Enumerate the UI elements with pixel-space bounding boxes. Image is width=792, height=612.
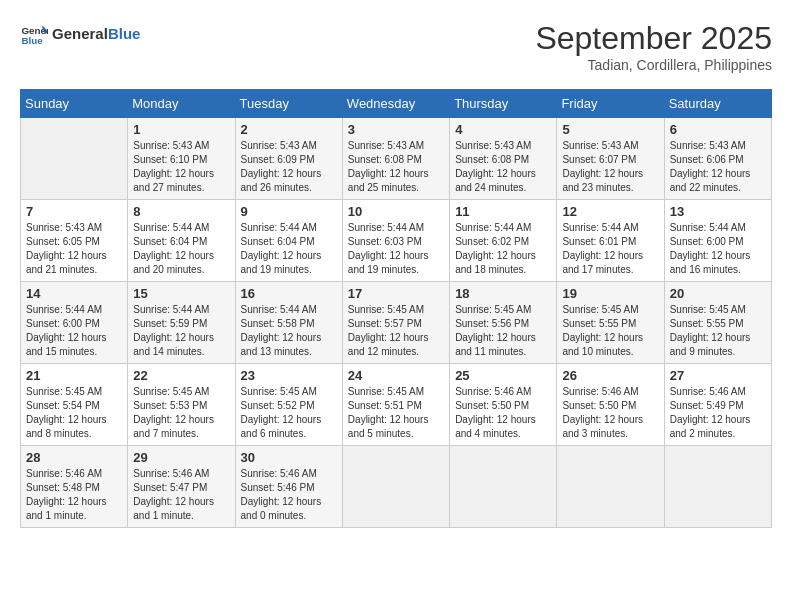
day-info: Sunrise: 5:46 AMSunset: 5:48 PMDaylight:… [26,467,122,523]
logo: General Blue GeneralBlue [20,20,140,48]
day-number: 23 [241,368,337,383]
day-info: Sunrise: 5:43 AMSunset: 6:10 PMDaylight:… [133,139,229,195]
calendar-cell [664,446,771,528]
calendar-cell: 13Sunrise: 5:44 AMSunset: 6:00 PMDayligh… [664,200,771,282]
day-number: 22 [133,368,229,383]
day-info: Sunrise: 5:46 AMSunset: 5:49 PMDaylight:… [670,385,766,441]
day-number: 9 [241,204,337,219]
calendar-cell: 24Sunrise: 5:45 AMSunset: 5:51 PMDayligh… [342,364,449,446]
day-info: Sunrise: 5:45 AMSunset: 5:51 PMDaylight:… [348,385,444,441]
calendar-cell: 29Sunrise: 5:46 AMSunset: 5:47 PMDayligh… [128,446,235,528]
calendar-cell: 9Sunrise: 5:44 AMSunset: 6:04 PMDaylight… [235,200,342,282]
calendar-cell: 8Sunrise: 5:44 AMSunset: 6:04 PMDaylight… [128,200,235,282]
calendar-cell: 15Sunrise: 5:44 AMSunset: 5:59 PMDayligh… [128,282,235,364]
day-info: Sunrise: 5:43 AMSunset: 6:06 PMDaylight:… [670,139,766,195]
day-number: 16 [241,286,337,301]
location: Tadian, Cordillera, Philippines [535,57,772,73]
day-info: Sunrise: 5:43 AMSunset: 6:07 PMDaylight:… [562,139,658,195]
calendar-cell: 28Sunrise: 5:46 AMSunset: 5:48 PMDayligh… [21,446,128,528]
day-info: Sunrise: 5:43 AMSunset: 6:05 PMDaylight:… [26,221,122,277]
logo-icon: General Blue [20,20,48,48]
day-number: 3 [348,122,444,137]
calendar-cell: 12Sunrise: 5:44 AMSunset: 6:01 PMDayligh… [557,200,664,282]
day-number: 28 [26,450,122,465]
day-info: Sunrise: 5:44 AMSunset: 6:04 PMDaylight:… [133,221,229,277]
day-number: 4 [455,122,551,137]
day-number: 8 [133,204,229,219]
day-number: 21 [26,368,122,383]
day-info: Sunrise: 5:46 AMSunset: 5:47 PMDaylight:… [133,467,229,523]
day-number: 15 [133,286,229,301]
day-info: Sunrise: 5:44 AMSunset: 6:01 PMDaylight:… [562,221,658,277]
calendar-cell: 2Sunrise: 5:43 AMSunset: 6:09 PMDaylight… [235,118,342,200]
calendar-cell: 1Sunrise: 5:43 AMSunset: 6:10 PMDaylight… [128,118,235,200]
header-day-saturday: Saturday [664,90,771,118]
day-info: Sunrise: 5:44 AMSunset: 5:58 PMDaylight:… [241,303,337,359]
day-number: 13 [670,204,766,219]
day-number: 30 [241,450,337,465]
calendar-cell: 27Sunrise: 5:46 AMSunset: 5:49 PMDayligh… [664,364,771,446]
day-number: 12 [562,204,658,219]
day-info: Sunrise: 5:45 AMSunset: 5:57 PMDaylight:… [348,303,444,359]
day-info: Sunrise: 5:45 AMSunset: 5:54 PMDaylight:… [26,385,122,441]
day-info: Sunrise: 5:46 AMSunset: 5:50 PMDaylight:… [455,385,551,441]
calendar-week-4: 21Sunrise: 5:45 AMSunset: 5:54 PMDayligh… [21,364,772,446]
header-day-monday: Monday [128,90,235,118]
calendar-week-1: 1Sunrise: 5:43 AMSunset: 6:10 PMDaylight… [21,118,772,200]
header-day-tuesday: Tuesday [235,90,342,118]
day-info: Sunrise: 5:44 AMSunset: 6:00 PMDaylight:… [26,303,122,359]
calendar-cell: 20Sunrise: 5:45 AMSunset: 5:55 PMDayligh… [664,282,771,364]
calendar-cell: 5Sunrise: 5:43 AMSunset: 6:07 PMDaylight… [557,118,664,200]
svg-text:Blue: Blue [21,35,43,46]
day-info: Sunrise: 5:43 AMSunset: 6:09 PMDaylight:… [241,139,337,195]
day-number: 7 [26,204,122,219]
calendar-cell: 4Sunrise: 5:43 AMSunset: 6:08 PMDaylight… [450,118,557,200]
calendar-cell [450,446,557,528]
day-number: 2 [241,122,337,137]
day-number: 10 [348,204,444,219]
day-info: Sunrise: 5:45 AMSunset: 5:52 PMDaylight:… [241,385,337,441]
day-info: Sunrise: 5:45 AMSunset: 5:53 PMDaylight:… [133,385,229,441]
header-day-friday: Friday [557,90,664,118]
day-number: 29 [133,450,229,465]
calendar-cell: 6Sunrise: 5:43 AMSunset: 6:06 PMDaylight… [664,118,771,200]
calendar-week-2: 7Sunrise: 5:43 AMSunset: 6:05 PMDaylight… [21,200,772,282]
calendar-cell [557,446,664,528]
header-day-sunday: Sunday [21,90,128,118]
title-block: September 2025 Tadian, Cordillera, Phili… [535,20,772,73]
day-number: 27 [670,368,766,383]
day-info: Sunrise: 5:46 AMSunset: 5:46 PMDaylight:… [241,467,337,523]
calendar-cell: 22Sunrise: 5:45 AMSunset: 5:53 PMDayligh… [128,364,235,446]
day-info: Sunrise: 5:44 AMSunset: 6:00 PMDaylight:… [670,221,766,277]
day-info: Sunrise: 5:45 AMSunset: 5:56 PMDaylight:… [455,303,551,359]
calendar-cell [342,446,449,528]
day-number: 24 [348,368,444,383]
calendar-table: SundayMondayTuesdayWednesdayThursdayFrid… [20,89,772,528]
day-info: Sunrise: 5:43 AMSunset: 6:08 PMDaylight:… [348,139,444,195]
calendar-cell: 10Sunrise: 5:44 AMSunset: 6:03 PMDayligh… [342,200,449,282]
calendar-cell: 7Sunrise: 5:43 AMSunset: 6:05 PMDaylight… [21,200,128,282]
day-number: 26 [562,368,658,383]
day-info: Sunrise: 5:43 AMSunset: 6:08 PMDaylight:… [455,139,551,195]
day-number: 20 [670,286,766,301]
day-info: Sunrise: 5:44 AMSunset: 5:59 PMDaylight:… [133,303,229,359]
calendar-cell [21,118,128,200]
day-number: 17 [348,286,444,301]
calendar-cell: 3Sunrise: 5:43 AMSunset: 6:08 PMDaylight… [342,118,449,200]
day-info: Sunrise: 5:45 AMSunset: 5:55 PMDaylight:… [562,303,658,359]
day-number: 1 [133,122,229,137]
day-number: 19 [562,286,658,301]
calendar-body: 1Sunrise: 5:43 AMSunset: 6:10 PMDaylight… [21,118,772,528]
page-header: General Blue GeneralBlue September 2025 … [20,20,772,73]
day-info: Sunrise: 5:44 AMSunset: 6:02 PMDaylight:… [455,221,551,277]
day-info: Sunrise: 5:44 AMSunset: 6:04 PMDaylight:… [241,221,337,277]
header-day-thursday: Thursday [450,90,557,118]
calendar-cell: 25Sunrise: 5:46 AMSunset: 5:50 PMDayligh… [450,364,557,446]
calendar-cell: 19Sunrise: 5:45 AMSunset: 5:55 PMDayligh… [557,282,664,364]
month-title: September 2025 [535,20,772,57]
calendar-cell: 16Sunrise: 5:44 AMSunset: 5:58 PMDayligh… [235,282,342,364]
day-number: 25 [455,368,551,383]
day-number: 11 [455,204,551,219]
day-info: Sunrise: 5:44 AMSunset: 6:03 PMDaylight:… [348,221,444,277]
day-number: 6 [670,122,766,137]
